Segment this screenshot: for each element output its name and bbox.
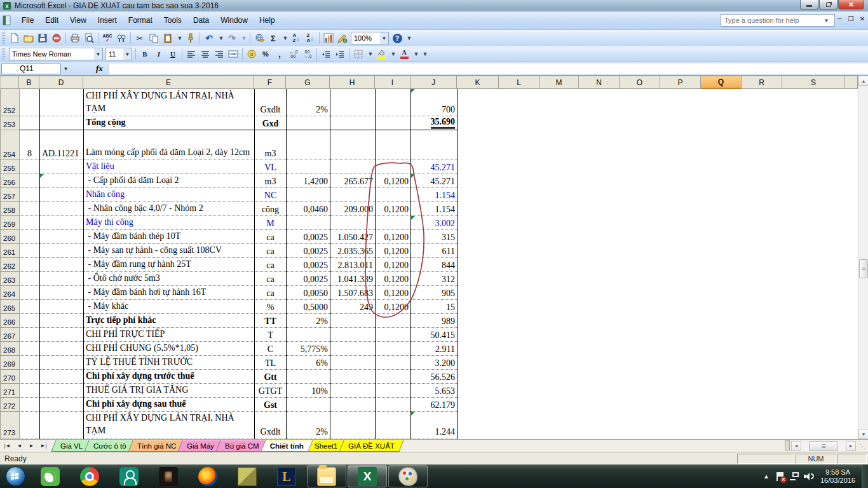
taskbar-button-paint[interactable] — [388, 465, 428, 487]
column-header-H[interactable]: H — [330, 76, 375, 89]
cell-H268[interactable] — [330, 341, 376, 355]
cell-E269[interactable]: TỶ LỆ THUẾ TÍNH TRƯỚC — [84, 355, 255, 369]
cell-E268[interactable]: CHI PHÍ CHUNG (5,5%*1,05) — [84, 341, 255, 355]
cell-F259[interactable]: M — [255, 215, 287, 229]
cell-J260[interactable]: 315 — [411, 229, 458, 243]
cell-H264[interactable]: 1.507.683 — [330, 285, 376, 299]
cell-G272[interactable] — [287, 397, 330, 411]
row-header-252[interactable]: 252 — [1, 89, 20, 116]
cell-G266[interactable]: 2% — [287, 313, 330, 327]
cell-E267[interactable]: CHI PHÍ TRỰC TIẾP — [84, 327, 255, 341]
row-header-257[interactable]: 257 — [1, 187, 20, 201]
select-all-corner[interactable] — [0, 76, 19, 89]
cell-F257[interactable]: NC — [255, 187, 287, 201]
cell-E255[interactable]: Vật liệu — [84, 159, 255, 173]
cell-F258[interactable]: công — [255, 201, 287, 215]
cell-J265[interactable]: 15 — [411, 299, 458, 313]
cell-H256[interactable]: 265.677 — [330, 173, 376, 187]
spelling-button[interactable]: ABC✓ — [101, 32, 114, 44]
cell-G258[interactable]: 0,0460 — [287, 201, 330, 215]
cell-D259[interactable] — [40, 215, 84, 229]
vertical-scroll-thumb[interactable] — [859, 259, 868, 278]
cell-E257[interactable]: Nhân công — [84, 187, 255, 201]
cell-J261[interactable]: 611 — [411, 243, 458, 257]
column-header-D[interactable]: D — [39, 76, 83, 89]
cell-B267[interactable] — [20, 327, 40, 341]
sheet-tab-tính-giá-nc[interactable]: Tính giá NC — [128, 440, 186, 452]
cell-G265[interactable]: 0,5000 — [287, 299, 330, 313]
menu-file[interactable]: File — [16, 13, 39, 27]
taskbar-button-explorer[interactable] — [307, 465, 346, 487]
cell-B269[interactable] — [20, 355, 40, 369]
cell-E261[interactable]: - Máy san tự hành - công suất 108CV — [84, 243, 255, 257]
cell-J257[interactable]: 1.154 — [411, 187, 458, 201]
cell-F270[interactable]: Gtt — [255, 369, 287, 383]
previous-sheet-button[interactable]: ◄ — [14, 440, 25, 451]
cell-J264[interactable]: 905 — [411, 285, 458, 299]
show-desktop-button[interactable] — [862, 464, 868, 488]
taskbar-button-game[interactable] — [149, 464, 188, 488]
row-header-272[interactable]: 272 — [1, 397, 20, 411]
column-header-Q[interactable]: Q — [701, 76, 742, 89]
cell-E271[interactable]: THUẾ GIÁ TRỊ GIA TĂNG — [84, 383, 255, 397]
cell-I264[interactable]: 0,1200 — [376, 285, 411, 299]
cell-D264[interactable] — [40, 285, 84, 299]
cell-J262[interactable]: 844 — [411, 257, 458, 271]
column-header-M[interactable]: M — [539, 76, 579, 89]
cell-D255[interactable] — [40, 159, 84, 173]
format-painter-button[interactable] — [184, 32, 197, 44]
cell-H259[interactable] — [330, 215, 376, 229]
cell-D266[interactable] — [40, 313, 84, 327]
toolbar-options-chevron[interactable]: ▼ — [405, 35, 413, 41]
cell-I253[interactable] — [376, 116, 411, 130]
cell-D262[interactable] — [40, 257, 84, 271]
cell-I258[interactable]: 0,1200 — [376, 201, 411, 215]
next-sheet-button[interactable]: ► — [26, 440, 37, 451]
resize-grip[interactable]: ⋱ — [857, 441, 868, 452]
cell-F265[interactable]: % — [255, 299, 287, 313]
cell-B265[interactable] — [20, 299, 40, 313]
row-header-265[interactable]: 265 — [1, 299, 20, 313]
cell-E263[interactable]: - Ôtô chở nước 5m3 — [84, 271, 255, 285]
cell-I257[interactable] — [376, 187, 411, 201]
taskbar-button-lol[interactable]: L — [267, 464, 306, 488]
help-search-input[interactable] — [721, 17, 822, 24]
save-button[interactable] — [36, 32, 49, 44]
chevron-down-icon[interactable]: ▼ — [123, 48, 132, 60]
cell-J269[interactable]: 3.200 — [411, 355, 458, 369]
cell-H273[interactable] — [330, 411, 376, 438]
menu-insert[interactable]: Insert — [92, 13, 123, 27]
increase-indent-button[interactable] — [334, 48, 346, 60]
cell-F264[interactable]: ca — [255, 285, 287, 299]
font-color-dropdown[interactable]: ▼ — [412, 51, 420, 57]
cell-H255[interactable] — [330, 159, 376, 173]
cell-F252[interactable]: Gxdlt — [255, 89, 287, 116]
comma-style-button[interactable]: , — [273, 48, 286, 60]
action-center-icon[interactable]: ✕ — [773, 464, 787, 488]
row-header-259[interactable]: 259 — [1, 215, 20, 229]
cell-E273[interactable]: CHI PHÍ XÂY DỰNG LÁN TRẠI, NHÀ TẠM — [84, 411, 255, 438]
start-button[interactable] — [0, 464, 31, 488]
name-box-dropdown[interactable]: ▼ — [61, 64, 71, 74]
cell-J270[interactable]: 56.526 — [411, 369, 458, 383]
doc-minimize-button[interactable]: ─ — [835, 15, 844, 22]
cell-B253[interactable] — [20, 116, 40, 130]
cell-E265[interactable]: - Máy khác — [84, 299, 255, 313]
cell-I261[interactable]: 0,1200 — [376, 243, 411, 257]
scroll-up-arrow[interactable]: ▲ — [858, 76, 868, 86]
row-header-271[interactable]: 271 — [1, 383, 20, 397]
sort-descending-button[interactable]: ZA↓ — [304, 32, 316, 44]
autosum-dropdown[interactable]: ▼ — [281, 35, 289, 41]
cell-D268[interactable] — [40, 341, 84, 355]
cell-J259[interactable]: 3.002 — [411, 215, 458, 229]
row-header-253[interactable]: 253 — [1, 116, 20, 130]
cell-J258[interactable]: 1.154 — [411, 201, 458, 215]
column-header-N[interactable]: N — [579, 76, 620, 89]
cell-D263[interactable] — [40, 271, 84, 285]
row-header-270[interactable]: 270 — [1, 369, 20, 383]
italic-button[interactable]: I — [153, 48, 165, 60]
cell-G262[interactable]: 0,0025 — [287, 257, 330, 271]
cell-D257[interactable] — [40, 187, 84, 201]
menu-format[interactable]: Format — [123, 13, 158, 27]
cell-I268[interactable] — [376, 341, 411, 355]
